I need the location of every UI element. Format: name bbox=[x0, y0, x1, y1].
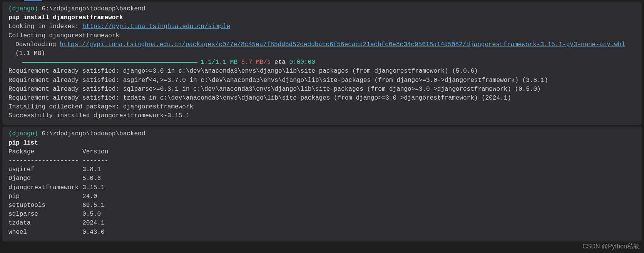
output-indexes: Looking in indexes: https://pypi.tuna.ts… bbox=[8, 22, 636, 31]
downloading-size: (1.1 MB) bbox=[15, 50, 45, 57]
current-path: G:\zdpdjango\todoapp\backend bbox=[38, 5, 145, 12]
progress-eta: 0:00:00 bbox=[289, 59, 315, 66]
requirement-4: Requirement already satisfied: tzdata in… bbox=[8, 94, 636, 103]
pkg-row: setuptools 69.5.1 bbox=[8, 201, 636, 210]
output-collecting: Collecting djangorestframework bbox=[8, 32, 636, 40]
terminal-block-2[interactable]: (django) G:\zdpdjango\todoapp\backend pi… bbox=[2, 126, 642, 241]
pkg-row: asgiref 3.8.1 bbox=[8, 165, 636, 174]
pkg-row: tzdata 2024.1 bbox=[8, 219, 636, 228]
tab-accent bbox=[24, 0, 42, 1]
progress-line: 1.1/1.1 MB 5.7 MB/s eta 0:00:00 bbox=[8, 58, 636, 67]
downloading-link[interactable]: https://pypi.tuna.tsinghua.edu.cn/packag… bbox=[60, 41, 625, 48]
progress-size: 1.1/1.1 MB bbox=[201, 59, 238, 66]
env-name: (django) bbox=[8, 130, 38, 137]
success-line: Successfully installed djangorestframewo… bbox=[8, 112, 636, 120]
watermark: CSDN @Python私教 bbox=[582, 243, 639, 243]
output-downloading: Downloading https://pypi.tuna.tsinghua.e… bbox=[8, 40, 636, 58]
pkg-row: pip 24.0 bbox=[8, 192, 636, 201]
pkg-header: Package Version bbox=[8, 148, 636, 156]
installing-line: Installing collected packages: djangores… bbox=[8, 103, 636, 112]
current-path: G:\zdpdjango\todoapp\backend bbox=[38, 130, 145, 137]
pkg-divider: ------------------- ------- bbox=[8, 156, 636, 165]
progress-speed: 5.7 MB/s bbox=[238, 59, 271, 66]
indexes-prefix: Looking in indexes: bbox=[8, 23, 82, 30]
pkg-row: wheel 0.43.0 bbox=[8, 228, 636, 237]
requirement-3: Requirement already satisfied: sqlparse>… bbox=[8, 85, 636, 94]
terminal-block-1[interactable]: (django) G:\zdpdjango\todoapp\backend pi… bbox=[2, 2, 642, 125]
indexes-link[interactable]: https://pypi.tuna.tsinghua.edu.cn/simple bbox=[82, 23, 230, 30]
prompt-line-2: (django) G:\zdpdjango\todoapp\backend bbox=[8, 130, 636, 138]
requirement-2: Requirement already satisfied: asgiref<4… bbox=[8, 76, 636, 85]
progress-bar bbox=[22, 62, 197, 63]
requirement-1: Requirement already satisfied: django>=3… bbox=[8, 67, 636, 76]
pkg-row: Django 5.0.6 bbox=[8, 174, 636, 183]
downloading-prefix: Downloading bbox=[15, 41, 60, 48]
env-name: (django) bbox=[8, 5, 38, 12]
command-line: pip list bbox=[8, 139, 636, 148]
command-line: pip install djangorestframework bbox=[8, 13, 636, 22]
pkg-row: sqlparse 0.5.0 bbox=[8, 210, 636, 219]
prompt-line-1: (django) G:\zdpdjango\todoapp\backend bbox=[8, 5, 636, 13]
progress-eta-label: eta bbox=[271, 59, 289, 66]
pkg-row: djangorestframework 3.15.1 bbox=[8, 183, 636, 192]
